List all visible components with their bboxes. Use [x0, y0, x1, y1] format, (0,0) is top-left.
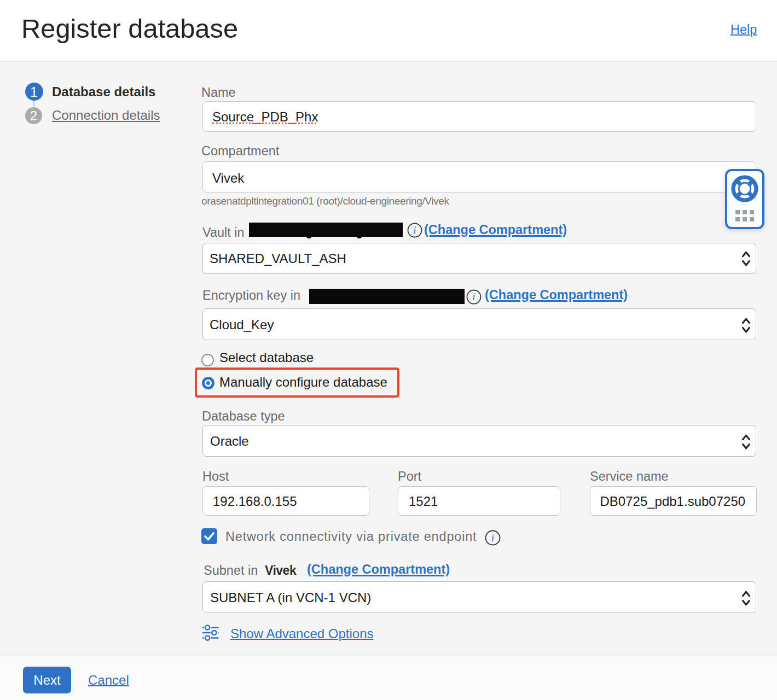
svg-text:i: i [491, 532, 494, 544]
svg-text:i: i [472, 291, 475, 302]
svg-text:i: i [413, 224, 416, 236]
